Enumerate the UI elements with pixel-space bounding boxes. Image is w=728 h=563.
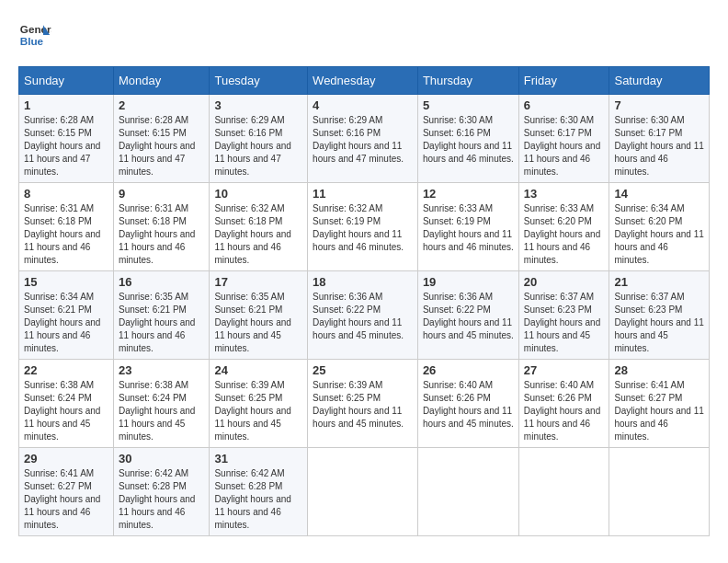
day-detail: Sunrise: 6:30 AM Sunset: 6:17 PM Dayligh…	[614, 114, 704, 178]
day-number: 15	[24, 275, 108, 289]
calendar-cell: 16 Sunrise: 6:35 AM Sunset: 6:21 PM Dayl…	[113, 271, 209, 360]
day-number: 16	[119, 275, 204, 289]
day-number: 12	[423, 187, 514, 201]
calendar-cell: 20 Sunrise: 6:37 AM Sunset: 6:23 PM Dayl…	[518, 271, 609, 360]
day-number: 13	[524, 187, 605, 201]
weekday-header-saturday: Saturday	[609, 67, 710, 95]
day-number: 19	[423, 275, 514, 289]
day-number: 20	[524, 275, 605, 289]
day-number: 10	[214, 187, 302, 201]
day-detail: Sunrise: 6:41 AM Sunset: 6:27 PM Dayligh…	[24, 467, 108, 532]
weekday-header-sunday: Sunday	[19, 67, 114, 95]
calendar-cell: 27 Sunrise: 6:40 AM Sunset: 6:26 PM Dayl…	[518, 360, 609, 448]
calendar-cell: 3 Sunrise: 6:29 AM Sunset: 6:16 PM Dayli…	[210, 95, 308, 183]
logo: General Blue	[18, 18, 51, 52]
calendar-cell: 17 Sunrise: 6:35 AM Sunset: 6:21 PM Dayl…	[210, 271, 308, 360]
day-detail: Sunrise: 6:39 AM Sunset: 6:25 PM Dayligh…	[313, 379, 413, 431]
day-number: 21	[614, 275, 704, 289]
day-detail: Sunrise: 6:33 AM Sunset: 6:19 PM Dayligh…	[423, 202, 514, 254]
day-number: 8	[24, 187, 108, 201]
day-detail: Sunrise: 6:38 AM Sunset: 6:24 PM Dayligh…	[119, 379, 204, 443]
day-detail: Sunrise: 6:29 AM Sunset: 6:16 PM Dayligh…	[214, 114, 302, 178]
calendar-cell: 28 Sunrise: 6:41 AM Sunset: 6:27 PM Dayl…	[609, 360, 710, 448]
day-detail: Sunrise: 6:31 AM Sunset: 6:18 PM Dayligh…	[119, 202, 204, 267]
day-number: 27	[524, 363, 605, 377]
calendar-cell: 26 Sunrise: 6:40 AM Sunset: 6:26 PM Dayl…	[417, 360, 518, 448]
day-detail: Sunrise: 6:42 AM Sunset: 6:28 PM Dayligh…	[119, 467, 204, 532]
day-number: 31	[214, 452, 302, 465]
calendar-cell: 8 Sunrise: 6:31 AM Sunset: 6:18 PM Dayli…	[19, 183, 114, 271]
calendar-cell: 21 Sunrise: 6:37 AM Sunset: 6:23 PM Dayl…	[609, 271, 710, 360]
day-number: 22	[24, 363, 108, 377]
day-number: 18	[313, 275, 413, 289]
day-number: 25	[313, 363, 413, 377]
day-number: 6	[524, 98, 605, 112]
calendar-cell: 13 Sunrise: 6:33 AM Sunset: 6:20 PM Dayl…	[518, 183, 609, 271]
calendar-cell: 6 Sunrise: 6:30 AM Sunset: 6:17 PM Dayli…	[518, 95, 609, 183]
day-detail: Sunrise: 6:34 AM Sunset: 6:21 PM Dayligh…	[24, 291, 108, 355]
day-detail: Sunrise: 6:42 AM Sunset: 6:28 PM Dayligh…	[214, 467, 302, 532]
day-number: 2	[119, 98, 204, 112]
day-detail: Sunrise: 6:30 AM Sunset: 6:17 PM Dayligh…	[524, 114, 605, 178]
calendar-cell	[518, 448, 609, 536]
weekday-header-friday: Friday	[518, 67, 609, 95]
calendar-table: SundayMondayTuesdayWednesdayThursdayFrid…	[18, 66, 710, 536]
page-header: General Blue	[18, 18, 710, 52]
day-number: 11	[313, 187, 413, 201]
calendar-cell: 29 Sunrise: 6:41 AM Sunset: 6:27 PM Dayl…	[19, 448, 114, 536]
calendar-cell: 24 Sunrise: 6:39 AM Sunset: 6:25 PM Dayl…	[210, 360, 308, 448]
day-detail: Sunrise: 6:28 AM Sunset: 6:15 PM Dayligh…	[24, 114, 108, 178]
day-detail: Sunrise: 6:41 AM Sunset: 6:27 PM Dayligh…	[614, 379, 704, 443]
day-detail: Sunrise: 6:40 AM Sunset: 6:26 PM Dayligh…	[524, 379, 605, 443]
calendar-cell: 19 Sunrise: 6:36 AM Sunset: 6:22 PM Dayl…	[417, 271, 518, 360]
day-detail: Sunrise: 6:37 AM Sunset: 6:23 PM Dayligh…	[524, 291, 605, 355]
day-detail: Sunrise: 6:32 AM Sunset: 6:19 PM Dayligh…	[313, 202, 413, 254]
day-number: 26	[423, 363, 514, 377]
calendar-cell: 30 Sunrise: 6:42 AM Sunset: 6:28 PM Dayl…	[113, 448, 209, 536]
weekday-header-monday: Monday	[113, 67, 209, 95]
day-number: 3	[214, 98, 302, 112]
calendar-cell: 1 Sunrise: 6:28 AM Sunset: 6:15 PM Dayli…	[19, 95, 114, 183]
day-number: 7	[614, 98, 704, 112]
day-number: 28	[614, 363, 704, 377]
day-number: 23	[119, 363, 204, 377]
day-detail: Sunrise: 6:31 AM Sunset: 6:18 PM Dayligh…	[24, 202, 108, 267]
calendar-cell: 15 Sunrise: 6:34 AM Sunset: 6:21 PM Dayl…	[19, 271, 114, 360]
day-detail: Sunrise: 6:40 AM Sunset: 6:26 PM Dayligh…	[423, 379, 514, 431]
weekday-header-wednesday: Wednesday	[308, 67, 418, 95]
calendar-cell	[609, 448, 710, 536]
day-detail: Sunrise: 6:34 AM Sunset: 6:20 PM Dayligh…	[614, 202, 704, 267]
day-detail: Sunrise: 6:36 AM Sunset: 6:22 PM Dayligh…	[313, 291, 413, 342]
calendar-cell	[308, 448, 418, 536]
calendar-cell: 23 Sunrise: 6:38 AM Sunset: 6:24 PM Dayl…	[113, 360, 209, 448]
day-detail: Sunrise: 6:35 AM Sunset: 6:21 PM Dayligh…	[214, 291, 302, 355]
day-detail: Sunrise: 6:29 AM Sunset: 6:16 PM Dayligh…	[313, 114, 413, 166]
calendar-cell: 7 Sunrise: 6:30 AM Sunset: 6:17 PM Dayli…	[609, 95, 710, 183]
weekday-header-tuesday: Tuesday	[210, 67, 308, 95]
day-number: 4	[313, 98, 413, 112]
calendar-cell: 10 Sunrise: 6:32 AM Sunset: 6:18 PM Dayl…	[210, 183, 308, 271]
svg-text:Blue: Blue	[20, 35, 44, 47]
calendar-cell: 14 Sunrise: 6:34 AM Sunset: 6:20 PM Dayl…	[609, 183, 710, 271]
day-number: 24	[214, 363, 302, 377]
calendar-cell	[417, 448, 518, 536]
day-number: 29	[24, 452, 108, 465]
calendar-cell: 25 Sunrise: 6:39 AM Sunset: 6:25 PM Dayl…	[308, 360, 418, 448]
day-detail: Sunrise: 6:39 AM Sunset: 6:25 PM Dayligh…	[214, 379, 302, 443]
logo-icon: General Blue	[18, 18, 51, 52]
day-detail: Sunrise: 6:32 AM Sunset: 6:18 PM Dayligh…	[214, 202, 302, 267]
calendar-cell: 11 Sunrise: 6:32 AM Sunset: 6:19 PM Dayl…	[308, 183, 418, 271]
day-detail: Sunrise: 6:35 AM Sunset: 6:21 PM Dayligh…	[119, 291, 204, 355]
day-number: 14	[614, 187, 704, 201]
calendar-cell: 4 Sunrise: 6:29 AM Sunset: 6:16 PM Dayli…	[308, 95, 418, 183]
calendar-cell: 12 Sunrise: 6:33 AM Sunset: 6:19 PM Dayl…	[417, 183, 518, 271]
calendar-cell: 22 Sunrise: 6:38 AM Sunset: 6:24 PM Dayl…	[19, 360, 114, 448]
day-detail: Sunrise: 6:30 AM Sunset: 6:16 PM Dayligh…	[423, 114, 514, 166]
calendar-cell: 9 Sunrise: 6:31 AM Sunset: 6:18 PM Dayli…	[113, 183, 209, 271]
calendar-cell: 31 Sunrise: 6:42 AM Sunset: 6:28 PM Dayl…	[210, 448, 308, 536]
day-detail: Sunrise: 6:38 AM Sunset: 6:24 PM Dayligh…	[24, 379, 108, 443]
day-detail: Sunrise: 6:33 AM Sunset: 6:20 PM Dayligh…	[524, 202, 605, 267]
day-detail: Sunrise: 6:36 AM Sunset: 6:22 PM Dayligh…	[423, 291, 514, 342]
day-number: 17	[214, 275, 302, 289]
calendar-cell: 2 Sunrise: 6:28 AM Sunset: 6:15 PM Dayli…	[113, 95, 209, 183]
